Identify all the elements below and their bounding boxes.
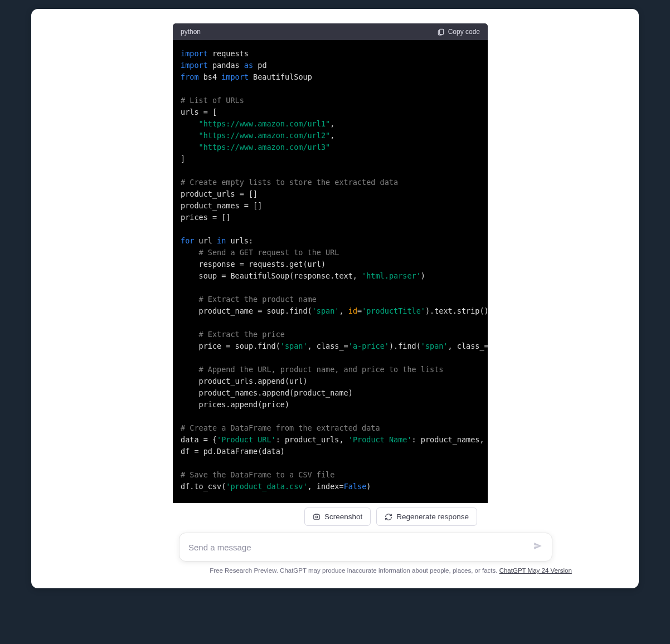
screenshot-label: Screenshot bbox=[324, 513, 362, 521]
copy-code-label: Copy code bbox=[448, 28, 480, 36]
camera-icon bbox=[313, 513, 321, 521]
main-column: python Copy code import requests import … bbox=[143, 9, 639, 588]
footer-disclaimer: Free Research Preview. ChatGPT may produ… bbox=[143, 567, 639, 588]
footer-version-link[interactable]: ChatGPT May 24 Version bbox=[499, 567, 572, 574]
code-content[interactable]: import requests import pandas as pd from… bbox=[173, 40, 488, 503]
svg-point-2 bbox=[315, 516, 318, 518]
footer-text: Free Research Preview. ChatGPT may produ… bbox=[210, 567, 499, 574]
app-card: python Copy code import requests import … bbox=[31, 9, 639, 588]
send-button[interactable] bbox=[527, 541, 543, 553]
svg-rect-1 bbox=[314, 514, 320, 519]
code-block: python Copy code import requests import … bbox=[173, 23, 488, 503]
action-row: Screenshot Regenerate response bbox=[143, 503, 639, 533]
send-icon bbox=[533, 541, 543, 551]
message-input-container bbox=[179, 533, 552, 562]
regenerate-button[interactable]: Regenerate response bbox=[376, 508, 477, 526]
message-input[interactable] bbox=[188, 543, 527, 552]
screenshot-button[interactable]: Screenshot bbox=[304, 508, 371, 526]
content-area[interactable]: python Copy code import requests import … bbox=[143, 9, 639, 503]
copy-code-button[interactable]: Copy code bbox=[437, 28, 480, 36]
code-language-label: python bbox=[181, 28, 201, 36]
code-block-header: python Copy code bbox=[173, 23, 488, 40]
regenerate-label: Regenerate response bbox=[396, 513, 469, 521]
clipboard-icon bbox=[437, 28, 445, 36]
input-wrap bbox=[143, 533, 639, 567]
svg-rect-0 bbox=[439, 29, 443, 34]
refresh-icon bbox=[385, 513, 392, 521]
